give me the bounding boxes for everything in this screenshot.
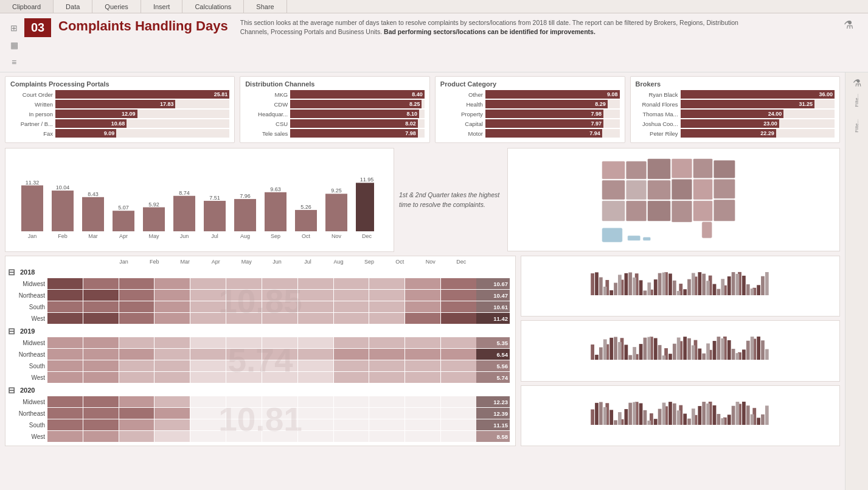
heatmap-cell-West-11[interactable] (441, 313, 476, 324)
heatmap-cell-Midwest-0[interactable] (47, 278, 83, 289)
heatmap-cell-Northeast-8[interactable] (334, 290, 369, 301)
heatmap-cell-West-5[interactable] (226, 431, 262, 442)
heatmap-cell-West-8[interactable] (334, 431, 369, 442)
year-minus-2019[interactable]: ⊟ (8, 326, 15, 336)
heatmap-cell-Midwest-11[interactable] (441, 337, 476, 348)
heatmap-cell-Midwest-3[interactable] (155, 396, 190, 407)
heatmap-cell-Northeast-10[interactable] (405, 290, 440, 301)
heatmap-cell-Midwest-9[interactable] (369, 396, 404, 407)
heatmap-cell-Midwest-4[interactable] (190, 278, 226, 289)
heatmap-cell-Midwest-2[interactable] (119, 337, 155, 348)
heatmap-cell-South-3[interactable] (155, 360, 190, 371)
heatmap-cell-Northeast-2[interactable] (119, 349, 155, 360)
heatmap-cell-West-8[interactable] (334, 313, 369, 324)
heatmap-cell-Northeast-11[interactable] (441, 349, 476, 360)
sidebar-icon-list[interactable]: ≡ (12, 57, 16, 67)
sidebar-icon-table[interactable]: ▦ (10, 40, 18, 50)
heatmap-cell-West-9[interactable] (369, 313, 404, 324)
heatmap-cell-South-2[interactable] (119, 301, 155, 312)
heatmap-cell-Northeast-3[interactable] (155, 290, 190, 301)
heatmap-cell-Midwest-4[interactable] (190, 337, 226, 348)
menu-item-data[interactable]: Data (54, 0, 92, 13)
heatmap-cell-Northeast-6[interactable] (262, 349, 297, 360)
heatmap-cell-Northeast-10[interactable] (405, 349, 440, 360)
heatmap-cell-South-4[interactable] (190, 301, 226, 312)
heatmap-cell-West-1[interactable] (83, 313, 119, 324)
heatmap-cell-South-7[interactable] (298, 419, 333, 430)
heatmap-cell-Northeast-1[interactable] (83, 349, 119, 360)
heatmap-cell-West-6[interactable] (262, 431, 297, 442)
heatmap-cell-West-10[interactable] (405, 431, 440, 442)
heatmap-cell-Midwest-9[interactable] (369, 337, 404, 348)
heatmap-cell-South-1[interactable] (83, 360, 119, 371)
heatmap-cell-West-5[interactable] (226, 313, 262, 324)
heatmap-cell-South-3[interactable] (155, 301, 190, 312)
heatmap-cell-Midwest-10[interactable] (405, 337, 440, 348)
heatmap-cell-West-0[interactable] (47, 431, 83, 442)
heatmap-cell-West-5[interactable] (226, 372, 262, 383)
heatmap-cell-Midwest-1[interactable] (83, 278, 119, 289)
heatmap-cell-West-3[interactable] (155, 313, 190, 324)
heatmap-cell-Northeast-6[interactable] (262, 408, 297, 419)
heatmap-cell-West-0[interactable] (47, 372, 83, 383)
heatmap-cell-Midwest-6[interactable] (262, 337, 297, 348)
heatmap-cell-Northeast-8[interactable] (334, 408, 369, 419)
heatmap-cell-West-3[interactable] (155, 431, 190, 442)
heatmap-cell-South-5[interactable] (226, 301, 262, 312)
heatmap-cell-Northeast-1[interactable] (83, 290, 119, 301)
heatmap-cell-Northeast-5[interactable] (226, 408, 262, 419)
heatmap-cell-West-4[interactable] (190, 431, 226, 442)
heatmap-cell-West-2[interactable] (119, 431, 155, 442)
heatmap-cell-Northeast-11[interactable] (441, 290, 476, 301)
heatmap-cell-Northeast-10[interactable] (405, 408, 440, 419)
heatmap-cell-Midwest-7[interactable] (298, 278, 333, 289)
heatmap-cell-South-2[interactable] (119, 419, 155, 430)
heatmap-cell-South-9[interactable] (369, 419, 404, 430)
heatmap-cell-South-11[interactable] (441, 360, 476, 371)
heatmap-cell-South-9[interactable] (369, 360, 404, 371)
heatmap-cell-Midwest-7[interactable] (298, 396, 333, 407)
heatmap-cell-Midwest-10[interactable] (405, 396, 440, 407)
heatmap-cell-West-1[interactable] (83, 431, 119, 442)
heatmap-cell-West-6[interactable] (262, 372, 297, 383)
heatmap-cell-South-5[interactable] (226, 360, 262, 371)
heatmap-cell-Midwest-10[interactable] (405, 278, 440, 289)
heatmap-cell-Northeast-9[interactable] (369, 408, 404, 419)
heatmap-cell-Midwest-8[interactable] (334, 337, 369, 348)
menu-item-insert[interactable]: Insert (141, 0, 183, 13)
heatmap-cell-Northeast-9[interactable] (369, 290, 404, 301)
heatmap-cell-South-6[interactable] (262, 419, 297, 430)
heatmap-cell-West-3[interactable] (155, 372, 190, 383)
heatmap-cell-Northeast-11[interactable] (441, 408, 476, 419)
heatmap-cell-West-1[interactable] (83, 372, 119, 383)
heatmap-cell-Midwest-6[interactable] (262, 396, 297, 407)
heatmap-cell-South-10[interactable] (405, 301, 440, 312)
heatmap-cell-South-0[interactable] (47, 419, 83, 430)
heatmap-cell-West-4[interactable] (190, 372, 226, 383)
year-minus-2018[interactable]: ⊟ (8, 267, 15, 277)
heatmap-cell-Northeast-4[interactable] (190, 408, 226, 419)
filter-icon-area[interactable]: ⚗ (836, 18, 861, 32)
heatmap-cell-South-5[interactable] (226, 419, 262, 430)
heatmap-cell-West-10[interactable] (405, 313, 440, 324)
heatmap-cell-West-2[interactable] (119, 313, 155, 324)
heatmap-cell-South-9[interactable] (369, 301, 404, 312)
heatmap-cell-Midwest-8[interactable] (334, 396, 369, 407)
heatmap-cell-West-10[interactable] (405, 372, 440, 383)
heatmap-cell-West-7[interactable] (298, 313, 333, 324)
heatmap-cell-Midwest-3[interactable] (155, 337, 190, 348)
heatmap-cell-Midwest-5[interactable] (226, 396, 262, 407)
year-minus-2020[interactable]: ⊟ (8, 385, 15, 395)
heatmap-cell-South-8[interactable] (334, 419, 369, 430)
heatmap-cell-South-10[interactable] (405, 360, 440, 371)
heatmap-cell-Northeast-7[interactable] (298, 349, 333, 360)
heatmap-cell-Midwest-11[interactable] (441, 278, 476, 289)
heatmap-cell-South-1[interactable] (83, 301, 119, 312)
heatmap-cell-South-6[interactable] (262, 360, 297, 371)
heatmap-cell-Northeast-0[interactable] (47, 349, 83, 360)
heatmap-cell-Northeast-7[interactable] (298, 408, 333, 419)
heatmap-cell-Northeast-8[interactable] (334, 349, 369, 360)
heatmap-cell-Northeast-9[interactable] (369, 349, 404, 360)
heatmap-cell-Midwest-9[interactable] (369, 278, 404, 289)
heatmap-cell-Midwest-8[interactable] (334, 278, 369, 289)
